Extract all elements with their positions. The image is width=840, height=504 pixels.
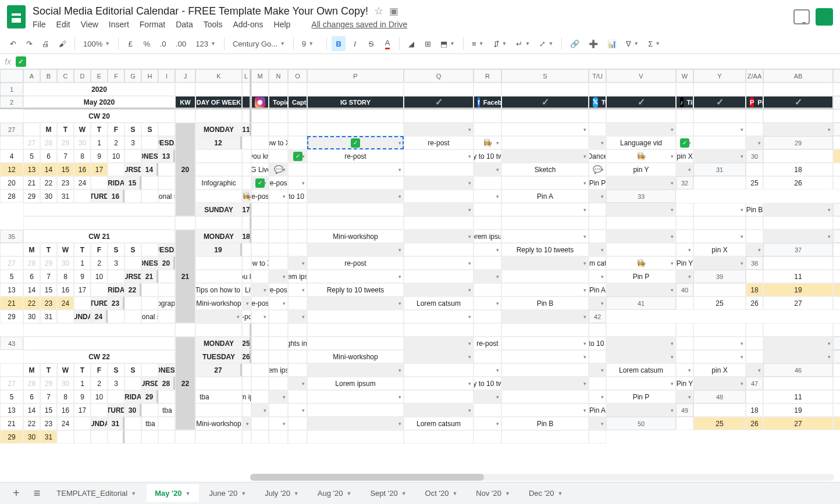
twitter-cell[interactable]: Reply to 10 tweets — [307, 283, 404, 296]
mini-cal-day[interactable]: 27 — [0, 377, 23, 390]
facebook-cell[interactable]: re-post — [404, 136, 474, 149]
col-header[interactable]: AC — [833, 69, 840, 83]
cell[interactable] — [124, 256, 141, 270]
currency-button[interactable]: £ — [123, 36, 137, 51]
cell[interactable] — [404, 109, 474, 123]
tw-status-dropdown[interactable] — [404, 176, 474, 190]
col-header[interactable]: A — [23, 69, 40, 83]
mini-cal-day[interactable]: 25 — [746, 176, 763, 190]
fb-status-dropdown[interactable] — [307, 163, 404, 176]
pt-status-dropdown[interactable] — [693, 256, 746, 270]
row-header[interactable]: 26 — [833, 96, 840, 109]
cell[interactable] — [141, 136, 158, 149]
cell[interactable] — [693, 83, 746, 96]
facebook-cell[interactable]: re-post — [251, 296, 269, 310]
dec-increase-button[interactable]: .00 — [172, 36, 190, 51]
twitter-cell[interactable] — [404, 390, 474, 403]
cell[interactable] — [833, 323, 840, 337]
cell[interactable] — [124, 149, 141, 163]
date-cell[interactable]: 17 — [242, 203, 251, 216]
mini-cal-day[interactable]: 12 — [0, 163, 23, 176]
igstory-cell[interactable] — [307, 123, 404, 136]
row-header[interactable]: 48 — [693, 390, 746, 403]
dow-cell[interactable]: SATURDAY — [108, 403, 124, 417]
cell[interactable] — [195, 323, 242, 337]
pt-status-dropdown[interactable] — [746, 243, 763, 256]
cell[interactable] — [195, 109, 242, 123]
igstory-cell[interactable]: Mini-workshop — [195, 296, 242, 310]
mini-cal-day[interactable]: 7 — [57, 149, 74, 163]
col-header[interactable]: T/U — [589, 69, 606, 83]
cell[interactable] — [474, 323, 501, 337]
col-header[interactable]: F — [108, 69, 124, 83]
igstory-cell[interactable] — [251, 390, 269, 403]
document-title[interactable]: Social Media Editorial Calendar - FREE T… — [33, 5, 368, 17]
cell[interactable] — [763, 109, 833, 123]
date-cell[interactable]: 28 — [158, 377, 175, 390]
topic-cell[interactable] — [158, 176, 175, 190]
tiktok-cell[interactable] — [474, 176, 501, 190]
cell[interactable] — [251, 109, 269, 123]
tw-status-dropdown[interactable] — [288, 310, 307, 323]
kw-cell[interactable]: 20 — [175, 123, 195, 216]
pinterest-cell[interactable]: pin X — [676, 149, 693, 163]
tk-status-dropdown[interactable] — [404, 310, 474, 323]
twitter-cell[interactable] — [589, 123, 606, 136]
valign-button[interactable]: ⇵▼ — [490, 38, 511, 49]
topic-cell[interactable] — [269, 123, 288, 136]
col-header[interactable]: W — [676, 69, 693, 83]
dow-cell[interactable]: SUNDAY — [74, 310, 91, 323]
pinterest-cell[interactable]: Pin B — [746, 203, 763, 216]
cell[interactable] — [158, 163, 175, 176]
mini-cal-day[interactable]: 12 — [833, 390, 840, 403]
mini-cal-day[interactable]: 20 — [0, 176, 23, 190]
mini-cal-day[interactable]: 3 — [108, 256, 124, 270]
tiktok-cell[interactable] — [676, 203, 693, 216]
fb-status-dropdown[interactable] — [269, 190, 288, 203]
caption-cell[interactable] — [288, 203, 307, 216]
cell[interactable] — [307, 216, 404, 230]
pinterest-cell[interactable] — [746, 350, 763, 363]
caption-cell[interactable] — [195, 403, 242, 417]
cell[interactable] — [57, 310, 74, 323]
pt-status-dropdown[interactable] — [693, 149, 746, 163]
mini-cal-day[interactable]: 23 — [40, 417, 57, 430]
fb-status-dropdown[interactable] — [269, 296, 288, 310]
cell[interactable] — [175, 430, 195, 444]
tk-status-dropdown[interactable] — [693, 337, 746, 350]
cell[interactable] — [746, 216, 763, 230]
twitter-cell[interactable] — [288, 296, 307, 310]
facebook-header[interactable]: f Facebook — [474, 96, 501, 109]
twitter-cell[interactable] — [307, 176, 404, 190]
cell[interactable] — [0, 136, 23, 149]
ig-status-dropdown[interactable]: 💬 — [269, 163, 288, 176]
cell[interactable] — [693, 216, 746, 230]
twitter-cell[interactable]: Reply to 10 tweets — [501, 243, 589, 256]
cell[interactable] — [251, 83, 269, 96]
mini-cal-day[interactable]: 18 — [746, 403, 763, 417]
pinterest-cell[interactable]: pin X — [693, 243, 746, 256]
cell[interactable] — [288, 430, 307, 444]
tk-status-dropdown[interactable] — [693, 123, 746, 136]
mini-cal-day[interactable]: 18 — [746, 283, 763, 296]
ig-status-dropdown[interactable] — [195, 310, 242, 323]
ig-status-dropdown[interactable] — [307, 243, 404, 256]
pinterest-cell[interactable]: Pin A — [589, 403, 606, 417]
caption-cell[interactable]: Lorem ipsum — [269, 363, 288, 377]
cell[interactable] — [158, 430, 175, 444]
col-header[interactable]: R — [474, 69, 501, 83]
mini-cal-day[interactable]: 27 — [833, 176, 840, 190]
col-header[interactable]: Y — [693, 69, 746, 83]
tiktok-cell[interactable] — [474, 283, 501, 296]
cell[interactable] — [124, 430, 141, 444]
mini-cal-day[interactable]: 26 — [746, 417, 763, 430]
tiktok-cell[interactable] — [676, 337, 693, 350]
row-header[interactable]: 46 — [763, 363, 833, 377]
cell[interactable] — [763, 256, 833, 270]
topic-cell[interactable]: tba — [195, 390, 242, 403]
tk-status-dropdown[interactable] — [606, 377, 676, 390]
dow-cell[interactable]: MONDAY — [195, 123, 242, 136]
twitter-cell[interactable]: Reply to 10 tweets — [474, 377, 501, 390]
topic-cell[interactable] — [242, 149, 251, 163]
ig-status-dropdown[interactable] — [242, 417, 251, 430]
